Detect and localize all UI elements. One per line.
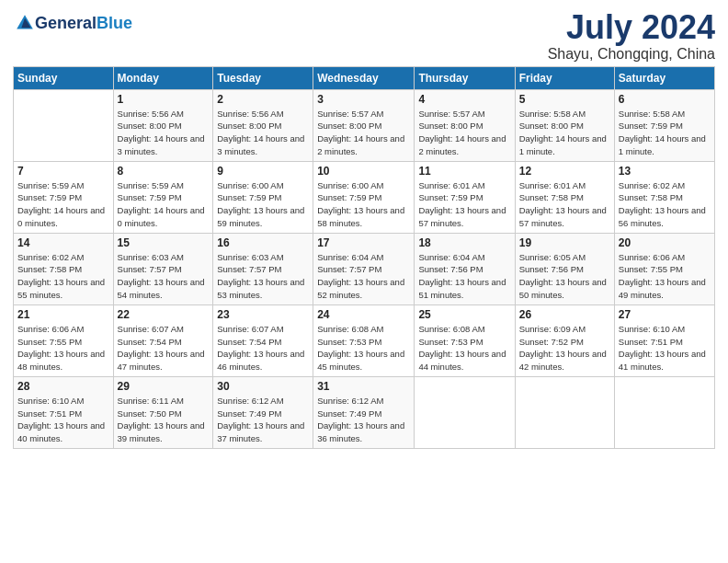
calendar-cell: 29Sunrise: 6:11 AMSunset: 7:50 PMDayligh… bbox=[113, 376, 213, 448]
day-number: 11 bbox=[418, 165, 510, 178]
day-info: Sunrise: 6:12 AMSunset: 7:49 PMDaylight:… bbox=[317, 395, 410, 445]
day-number: 25 bbox=[418, 308, 510, 321]
location-title: Shayu, Chongqing, China bbox=[548, 46, 715, 63]
calendar-cell bbox=[614, 376, 714, 448]
day-number: 16 bbox=[217, 236, 309, 249]
day-info: Sunrise: 6:05 AMSunset: 7:56 PMDaylight:… bbox=[519, 251, 610, 302]
day-number: 17 bbox=[317, 236, 410, 249]
calendar-week-1: 1Sunrise: 5:56 AMSunset: 8:00 PMDaylight… bbox=[14, 89, 715, 161]
month-title: July 2024 bbox=[548, 9, 715, 46]
logo-text-general: General bbox=[35, 14, 97, 32]
day-info: Sunrise: 6:12 AMSunset: 7:49 PMDaylight:… bbox=[217, 395, 309, 445]
calendar-cell: 3Sunrise: 5:57 AMSunset: 8:00 PMDaylight… bbox=[313, 89, 415, 161]
calendar-cell: 22Sunrise: 6:07 AMSunset: 7:54 PMDayligh… bbox=[113, 304, 213, 376]
calendar-cell: 12Sunrise: 6:01 AMSunset: 7:58 PMDayligh… bbox=[515, 161, 614, 233]
calendar-cell: 4Sunrise: 5:57 AMSunset: 8:00 PMDaylight… bbox=[415, 89, 515, 161]
calendar-cell: 8Sunrise: 5:59 AMSunset: 7:59 PMDaylight… bbox=[113, 161, 213, 233]
day-number: 31 bbox=[317, 380, 410, 393]
day-number: 26 bbox=[519, 308, 610, 321]
day-info: Sunrise: 5:56 AMSunset: 8:00 PMDaylight:… bbox=[118, 108, 210, 158]
calendar-cell: 5Sunrise: 5:58 AMSunset: 8:00 PMDaylight… bbox=[515, 89, 614, 161]
day-number: 5 bbox=[519, 93, 610, 106]
day-info: Sunrise: 6:11 AMSunset: 7:50 PMDaylight:… bbox=[118, 395, 210, 445]
col-wednesday: Wednesday bbox=[313, 66, 415, 89]
day-number: 9 bbox=[217, 165, 309, 178]
day-number: 21 bbox=[17, 308, 109, 321]
day-number: 1 bbox=[118, 93, 210, 106]
day-info: Sunrise: 6:02 AMSunset: 7:58 PMDaylight:… bbox=[17, 251, 109, 302]
calendar-cell: 6Sunrise: 5:58 AMSunset: 7:59 PMDaylight… bbox=[614, 89, 714, 161]
col-thursday: Thursday bbox=[415, 66, 515, 89]
calendar-week-3: 14Sunrise: 6:02 AMSunset: 7:58 PMDayligh… bbox=[14, 233, 715, 304]
col-tuesday: Tuesday bbox=[213, 66, 313, 89]
day-info: Sunrise: 6:10 AMSunset: 7:51 PMDaylight:… bbox=[17, 395, 109, 445]
day-info: Sunrise: 6:00 AMSunset: 7:59 PMDaylight:… bbox=[317, 179, 410, 230]
day-info: Sunrise: 5:57 AMSunset: 8:00 PMDaylight:… bbox=[418, 108, 510, 158]
day-number: 12 bbox=[519, 165, 610, 178]
day-number: 23 bbox=[217, 308, 309, 321]
header: GeneralBlue July 2024 Shayu, Chongqing, … bbox=[13, 9, 715, 63]
day-number: 2 bbox=[217, 93, 309, 106]
day-info: Sunrise: 5:58 AMSunset: 7:59 PMDaylight:… bbox=[619, 108, 711, 158]
calendar-cell: 13Sunrise: 6:02 AMSunset: 7:58 PMDayligh… bbox=[614, 161, 714, 233]
day-number: 8 bbox=[118, 165, 210, 178]
day-info: Sunrise: 5:59 AMSunset: 7:59 PMDaylight:… bbox=[17, 179, 109, 230]
calendar-cell: 15Sunrise: 6:03 AMSunset: 7:57 PMDayligh… bbox=[113, 233, 213, 304]
day-info: Sunrise: 5:59 AMSunset: 7:59 PMDaylight:… bbox=[118, 179, 210, 230]
day-number: 30 bbox=[217, 380, 309, 393]
day-info: Sunrise: 6:09 AMSunset: 7:52 PMDaylight:… bbox=[519, 323, 610, 373]
calendar-cell: 26Sunrise: 6:09 AMSunset: 7:52 PMDayligh… bbox=[515, 304, 614, 376]
title-area: July 2024 Shayu, Chongqing, China bbox=[548, 9, 715, 63]
col-friday: Friday bbox=[515, 66, 614, 89]
calendar-cell bbox=[415, 376, 515, 448]
calendar-cell: 18Sunrise: 6:04 AMSunset: 7:56 PMDayligh… bbox=[415, 233, 515, 304]
day-number: 3 bbox=[317, 93, 410, 106]
day-info: Sunrise: 6:06 AMSunset: 7:55 PMDaylight:… bbox=[17, 323, 109, 373]
calendar-cell bbox=[515, 376, 614, 448]
day-info: Sunrise: 6:02 AMSunset: 7:58 PMDaylight:… bbox=[619, 179, 711, 230]
day-number: 7 bbox=[17, 165, 109, 178]
day-info: Sunrise: 5:57 AMSunset: 8:00 PMDaylight:… bbox=[317, 108, 410, 158]
calendar-week-5: 28Sunrise: 6:10 AMSunset: 7:51 PMDayligh… bbox=[14, 376, 715, 448]
calendar-cell: 7Sunrise: 5:59 AMSunset: 7:59 PMDaylight… bbox=[14, 161, 114, 233]
logo: GeneralBlue bbox=[13, 13, 132, 33]
day-number: 15 bbox=[118, 236, 210, 249]
calendar-cell: 25Sunrise: 6:08 AMSunset: 7:53 PMDayligh… bbox=[415, 304, 515, 376]
day-number: 18 bbox=[418, 236, 510, 249]
day-info: Sunrise: 6:04 AMSunset: 7:57 PMDaylight:… bbox=[317, 251, 410, 302]
header-row: Sunday Monday Tuesday Wednesday Thursday… bbox=[14, 66, 715, 89]
day-info: Sunrise: 6:06 AMSunset: 7:55 PMDaylight:… bbox=[619, 251, 711, 302]
page-container: GeneralBlue July 2024 Shayu, Chongqing, … bbox=[0, 0, 728, 458]
calendar-cell bbox=[14, 89, 114, 161]
day-info: Sunrise: 5:56 AMSunset: 8:00 PMDaylight:… bbox=[217, 108, 309, 158]
calendar-table: Sunday Monday Tuesday Wednesday Thursday… bbox=[13, 66, 715, 449]
day-number: 27 bbox=[619, 308, 711, 321]
day-number: 13 bbox=[619, 165, 711, 178]
calendar-cell: 28Sunrise: 6:10 AMSunset: 7:51 PMDayligh… bbox=[14, 376, 114, 448]
calendar-cell: 27Sunrise: 6:10 AMSunset: 7:51 PMDayligh… bbox=[614, 304, 714, 376]
day-info: Sunrise: 6:01 AMSunset: 7:59 PMDaylight:… bbox=[418, 179, 510, 230]
calendar-cell: 17Sunrise: 6:04 AMSunset: 7:57 PMDayligh… bbox=[313, 233, 415, 304]
day-number: 4 bbox=[418, 93, 510, 106]
day-info: Sunrise: 6:08 AMSunset: 7:53 PMDaylight:… bbox=[418, 323, 510, 373]
col-monday: Monday bbox=[113, 66, 213, 89]
calendar-cell: 31Sunrise: 6:12 AMSunset: 7:49 PMDayligh… bbox=[313, 376, 415, 448]
day-info: Sunrise: 6:01 AMSunset: 7:58 PMDaylight:… bbox=[519, 179, 610, 230]
calendar-cell: 20Sunrise: 6:06 AMSunset: 7:55 PMDayligh… bbox=[614, 233, 714, 304]
calendar-cell: 9Sunrise: 6:00 AMSunset: 7:59 PMDaylight… bbox=[213, 161, 313, 233]
calendar-cell: 21Sunrise: 6:06 AMSunset: 7:55 PMDayligh… bbox=[14, 304, 114, 376]
day-info: Sunrise: 6:07 AMSunset: 7:54 PMDaylight:… bbox=[118, 323, 210, 373]
calendar-cell: 2Sunrise: 5:56 AMSunset: 8:00 PMDaylight… bbox=[213, 89, 313, 161]
calendar-cell: 23Sunrise: 6:07 AMSunset: 7:54 PMDayligh… bbox=[213, 304, 313, 376]
logo-icon bbox=[15, 13, 35, 33]
day-number: 29 bbox=[118, 380, 210, 393]
day-number: 10 bbox=[317, 165, 410, 178]
day-number: 19 bbox=[519, 236, 610, 249]
day-info: Sunrise: 6:03 AMSunset: 7:57 PMDaylight:… bbox=[118, 251, 210, 302]
col-sunday: Sunday bbox=[14, 66, 114, 89]
calendar-cell: 30Sunrise: 6:12 AMSunset: 7:49 PMDayligh… bbox=[213, 376, 313, 448]
day-number: 24 bbox=[317, 308, 410, 321]
day-info: Sunrise: 6:08 AMSunset: 7:53 PMDaylight:… bbox=[317, 323, 410, 373]
calendar-cell: 11Sunrise: 6:01 AMSunset: 7:59 PMDayligh… bbox=[415, 161, 515, 233]
calendar-week-2: 7Sunrise: 5:59 AMSunset: 7:59 PMDaylight… bbox=[14, 161, 715, 233]
